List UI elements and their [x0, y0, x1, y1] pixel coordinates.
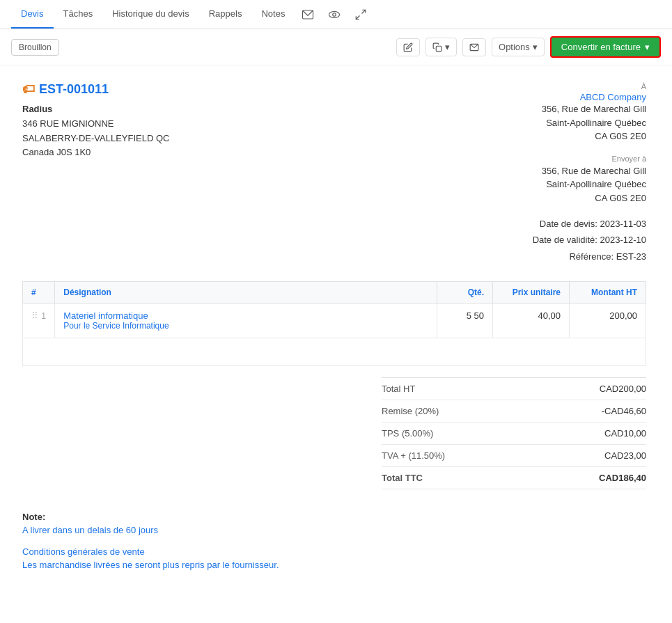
- convert-button[interactable]: Convertir en facture ▾: [550, 36, 661, 58]
- to-address2: Saint-Apollinaire Québec: [533, 116, 646, 130]
- convert-label: Convertir en facture: [561, 42, 641, 52]
- tab-taches[interactable]: Tâches: [54, 0, 103, 29]
- item-description: Pour le Service Informatique: [63, 321, 428, 331]
- col-header-qty: Qté.: [437, 282, 493, 303]
- tva-value: CAD23,00: [604, 450, 646, 461]
- tps-row: TPS (5.00%) CAD10,00: [382, 423, 646, 445]
- svg-point-2: [333, 13, 336, 16]
- tab-notes[interactable]: Notes: [251, 0, 295, 29]
- tab-rappels[interactable]: Rappels: [199, 0, 252, 29]
- col-header-num: #: [23, 282, 55, 303]
- edit-button[interactable]: [396, 38, 420, 56]
- document-area: 🏷 EST-001011 Radius 346 RUE MIGNIONNE SA…: [0, 65, 669, 587]
- col-header-designation: Désignation: [55, 282, 437, 303]
- remise-value: -CAD46,60: [602, 406, 646, 416]
- reference-value: EST-23: [616, 251, 646, 262]
- tag-icon: 🏷: [22, 82, 35, 97]
- date-devis-label: Date de devis:: [540, 219, 597, 229]
- eye-nav-icon[interactable]: [321, 3, 347, 26]
- col-header-amount: Montant HT: [570, 282, 646, 303]
- mail-button[interactable]: [462, 38, 486, 56]
- date-devis-row: Date de devis: 2023-11-03: [533, 216, 646, 232]
- row-amount: 200,00: [570, 303, 646, 338]
- totals-section: Total HT CAD200,00 Remise (20%) -CAD46,6…: [22, 377, 646, 489]
- date-validite-label: Date de validité:: [533, 235, 597, 245]
- date-devis-value: 2023-11-03: [600, 219, 647, 229]
- top-navigation: Devis Tâches Historique du devis Rappels…: [0, 0, 672, 29]
- conditions-text: Les marchandise livrées ne seront plus r…: [22, 560, 646, 570]
- options-chevron-icon: ▾: [533, 42, 538, 52]
- row-price: 40,00: [493, 303, 570, 338]
- to-section: À ABCD Company 356, Rue de Marechal Gill…: [533, 82, 646, 265]
- from-address2: SALABERRY-DE-VALLEYFIELD QC: [22, 132, 533, 146]
- to-company[interactable]: ABCD Company: [533, 92, 646, 102]
- remise-label: Remise (20%): [382, 406, 439, 416]
- to-address1: 356, Rue de Marechal Gill: [533, 102, 646, 116]
- from-address3: Canada J0S 1K0: [22, 145, 533, 160]
- svg-point-1: [329, 11, 340, 17]
- conditions-label: Conditions générales de vente: [22, 546, 646, 557]
- clone-chevron: ▾: [445, 42, 450, 52]
- send-to-address1: 356, Rue de Marechal Gill: [533, 164, 646, 178]
- total-ttc-value: CAD186,40: [599, 473, 646, 483]
- dates-section: Date de devis: 2023-11-03 Date de validi…: [533, 216, 646, 265]
- to-address3: CA G0S 2E0: [533, 129, 646, 143]
- total-ht-label: Total HT: [382, 384, 415, 394]
- note-label: Note:: [22, 512, 646, 522]
- svg-line-4: [357, 15, 360, 19]
- send-to-address3: CA G0S 2E0: [533, 191, 646, 205]
- remise-row: Remise (20%) -CAD46,60: [382, 400, 646, 423]
- row-qty: 5 50: [437, 303, 493, 338]
- totals-table: Total HT CAD200,00 Remise (20%) -CAD46,6…: [382, 377, 646, 489]
- to-label: À: [533, 82, 646, 90]
- options-button[interactable]: Options ▾: [492, 38, 545, 56]
- total-ttc-row: Total TTC CAD186,40: [382, 467, 646, 489]
- date-validite-row: Date de validité: 2023-12-10: [533, 232, 646, 248]
- row-designation: Materiel informatique Pour le Service In…: [55, 303, 437, 338]
- mail-nav-icon[interactable]: [295, 3, 321, 26]
- total-ttc-label: Total TTC: [382, 473, 423, 483]
- items-table: # Désignation Qté. Prix unitaire Montant…: [22, 281, 646, 366]
- tva-row: TVA + (11.50%) CAD23,00: [382, 445, 646, 467]
- reference-label: Référence:: [569, 251, 614, 262]
- drag-handle-icon: ⠿: [31, 310, 38, 321]
- item-name: Materiel informatique: [63, 310, 428, 321]
- send-to-label: Envoyer à: [533, 155, 646, 163]
- svg-line-3: [362, 10, 366, 13]
- empty-row: [23, 338, 646, 366]
- send-to-address: 356, Rue de Marechal Gill Saint-Apollina…: [533, 164, 646, 205]
- to-address: 356, Rue de Marechal Gill Saint-Apollina…: [533, 102, 646, 143]
- note-text: A livrer dans un delais de 60 jours: [22, 525, 646, 535]
- tva-label: TVA + (11.50%): [382, 450, 445, 461]
- expand-nav-icon[interactable]: [347, 3, 374, 26]
- table-row: ⠿1 Materiel informatique Pour le Service…: [23, 303, 646, 338]
- estimate-number: 🏷 EST-001011: [22, 82, 533, 97]
- notes-section: Note: A livrer dans un delais de 60 jour…: [22, 512, 646, 570]
- doc-header: 🏷 EST-001011 Radius 346 RUE MIGNIONNE SA…: [22, 82, 646, 265]
- date-validite-value: 2023-12-10: [600, 235, 647, 245]
- col-header-price: Prix unitaire: [493, 282, 570, 303]
- send-to-address2: Saint-Apollinaire Québec: [533, 178, 646, 191]
- status-badge: Brouillon: [11, 39, 59, 56]
- options-label: Options: [499, 42, 530, 52]
- tab-devis[interactable]: Devis: [11, 0, 54, 29]
- send-to-section: Envoyer à 356, Rue de Marechal Gill Sain…: [533, 155, 646, 205]
- from-address: Radius 346 RUE MIGNIONNE SALABERRY-DE-VA…: [22, 102, 533, 160]
- total-ht-value: CAD200,00: [600, 384, 646, 394]
- from-company: Radius: [22, 102, 533, 117]
- from-address1: 346 RUE MIGNIONNE: [22, 117, 533, 132]
- total-ht-row: Total HT CAD200,00: [382, 378, 646, 400]
- tps-label: TPS (5.00%): [382, 428, 433, 439]
- row-num: ⠿1: [23, 303, 55, 338]
- from-section: 🏷 EST-001011 Radius 346 RUE MIGNIONNE SA…: [22, 82, 533, 265]
- clone-button[interactable]: ▾: [425, 38, 457, 56]
- tps-value: CAD10,00: [604, 428, 646, 439]
- svg-rect-5: [436, 46, 442, 52]
- reference-row: Référence: EST-23: [533, 249, 646, 265]
- toolbar: Brouillon ▾ Options ▾ Convertir en factu…: [0, 29, 672, 65]
- convert-chevron-icon: ▾: [645, 42, 650, 52]
- tab-historique[interactable]: Historique du devis: [102, 0, 199, 29]
